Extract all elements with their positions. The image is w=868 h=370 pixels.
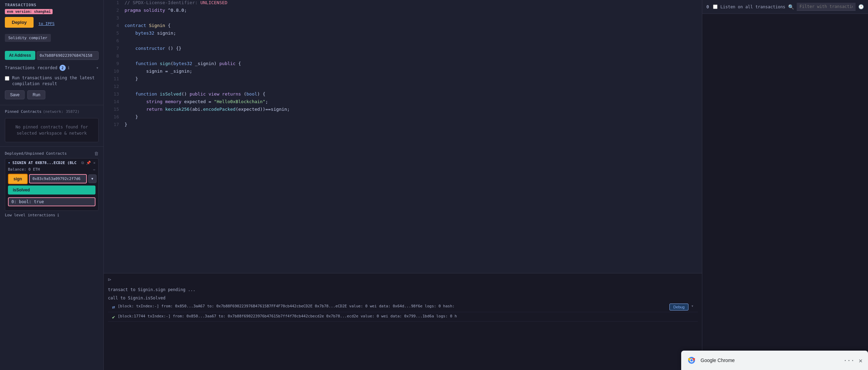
code-line-17: 17 } (104, 122, 702, 129)
pinned-contracts-label: Pinned Contracts (5, 109, 42, 114)
transactions-title: TRANSACTIONS (5, 3, 99, 7)
deployed-unpinned-label: Deployed/Unpinned Contracts (5, 151, 67, 156)
issolved-button[interactable]: isSolved (8, 186, 95, 195)
terminal-expand-icon[interactable]: ⊳ (108, 276, 111, 283)
run-transactions-checkbox[interactable] (5, 76, 9, 81)
transactions-list (702, 14, 868, 370)
close-icon[interactable]: ✕ (93, 161, 95, 165)
code-line-15: 15 return keccak256(abi.encodePacked(exp… (104, 107, 702, 114)
run-button[interactable]: Run (27, 90, 45, 99)
filter-input[interactable] (797, 3, 856, 11)
svg-point-4 (691, 359, 693, 362)
at-address-button[interactable]: At Address (5, 51, 35, 60)
no-pinned-text: No pinned contracts found for selected w… (16, 125, 88, 136)
terminal-call: call to Signin.isSolved (108, 294, 698, 302)
listen-label: Listen on all transactions (720, 4, 785, 9)
low-level-header: Low level interactions ℹ (0, 211, 103, 220)
tx-count: 0 (706, 4, 709, 9)
chrome-close-icon[interactable]: ✕ (859, 357, 862, 364)
transactions-recorded-label: Transactions recorded (5, 65, 57, 70)
code-line-11: 11 } (104, 76, 702, 84)
code-line-1: 1 // SPDX-License-Identifier: UNLICENSED (104, 0, 702, 8)
balance-row: Balance: 0 ETH ✏ (8, 167, 95, 172)
run-transactions-row: Run transactions using the latest compil… (0, 73, 103, 89)
clock-icon[interactable]: 🕐 (858, 4, 864, 9)
code-line-10: 10 signin = _signin; (104, 69, 702, 76)
chrome-notification: Google Chrome ··· ✕ (681, 351, 868, 370)
result-box: 0: bool: true (8, 197, 95, 206)
deployed-header: Deployed/Unpinned Contracts 🗑 (0, 149, 103, 158)
solidity-compiler-tab[interactable]: Solidity compiler (5, 34, 51, 42)
pinned-contracts-header: Pinned Contracts (network: 35872) (0, 107, 103, 116)
code-line-5: 5 bytes32 signin; (104, 30, 702, 38)
chrome-dots-icon[interactable]: ··· (843, 357, 855, 364)
pinned-contracts-network: (network: 35872) (43, 109, 80, 114)
contract-name: SIGNIN AT 0XB78...ECD2E (BLC (12, 161, 80, 165)
arrows-icon: ⇄ (112, 304, 115, 310)
right-top-bar: 0 Listen on all transactions 🔍 🕐 (702, 0, 868, 14)
sign-button[interactable]: sign (8, 174, 28, 184)
evm-badge: evm version: shanghai (5, 9, 53, 14)
code-line-12: 12 (104, 84, 702, 91)
deploy-button[interactable]: Deploy (5, 17, 34, 28)
sign-row: sign ▾ (8, 174, 95, 184)
terminal-pending: transact to Signin.sign pending ... (108, 286, 698, 294)
contract-instance-header: ▾ SIGNIN AT 0XB78...ECD2E (BLC ⧉ 📌 ✕ (8, 161, 95, 165)
check-icon: ✔ (112, 314, 115, 320)
code-line-16: 16 } (104, 114, 702, 122)
at-address-row: At Address (5, 51, 99, 60)
main-content: 1 // SPDX-License-Identifier: UNLICENSED… (104, 0, 702, 370)
listen-checkbox[interactable] (713, 4, 718, 9)
sidebar-header: TRANSACTIONS evm version: shanghai Deplo… (0, 0, 103, 48)
low-level-label: Low level interactions (5, 213, 55, 217)
search-icon[interactable]: 🔍 (788, 4, 794, 10)
to-ipfs-link[interactable]: to IPFS (38, 21, 54, 26)
trash-icon[interactable]: 🗑 (94, 151, 99, 156)
info-icon[interactable]: ℹ (68, 65, 70, 70)
code-line-2: 2 pragma solidity ^0.8.0; (104, 8, 702, 15)
chrome-logo (687, 355, 696, 365)
transactions-recorded-row: Transactions recorded 2 ℹ ▾ (0, 63, 103, 73)
tx-chevron-1[interactable]: ▾ (691, 304, 694, 308)
tx-row-2: ✔ [block:17744 txIndex:-] from: 0x850...… (108, 312, 698, 322)
right-panel: 0 Listen on all transactions 🔍 🕐 (702, 0, 868, 370)
run-transactions-text: Run transactions using the latest compil… (12, 75, 99, 87)
copy-icon[interactable]: ⧉ (81, 161, 84, 165)
contract-chevron-icon[interactable]: ▾ (8, 161, 10, 165)
contract-instance: ▾ SIGNIN AT 0XB78...ECD2E (BLC ⧉ 📌 ✕ Bal… (5, 158, 99, 211)
edit-icon[interactable]: ✏ (93, 167, 95, 172)
transactions-chevron-icon[interactable]: ▾ (96, 65, 99, 70)
code-line-3: 3 (104, 15, 702, 23)
tx-row-1: ⇄ [block: txIndex:-] from: 0x850...3aA67… (108, 302, 698, 312)
code-line-7: 7 constructor () {} (104, 46, 702, 53)
chrome-notification-title: Google Chrome (701, 358, 839, 363)
save-run-row: Save Run (0, 89, 103, 103)
result-value: 0: bool: true (11, 199, 44, 204)
code-line-6: 6 (104, 38, 702, 46)
code-line-14: 14 string memory expected = "Hello0xBloc… (104, 99, 702, 107)
low-level-info-icon[interactable]: ℹ (57, 213, 59, 218)
at-address-input[interactable] (37, 51, 99, 60)
code-line-13: 13 function isSolved() public view retur… (104, 91, 702, 99)
pin-icon[interactable]: 📌 (86, 161, 91, 165)
code-line-8: 8 (104, 53, 702, 61)
code-line-9: 9 function sign(bytes32 _signin) public … (104, 61, 702, 69)
sidebar: TRANSACTIONS evm version: shanghai Deplo… (0, 0, 104, 370)
sign-dropdown-button[interactable]: ▾ (88, 174, 97, 183)
save-button[interactable]: Save (5, 90, 25, 99)
balance-value: 0 ETH (28, 167, 40, 172)
code-line-4: 4 contract Signin { (104, 23, 702, 30)
balance-label: Balance: (8, 167, 26, 172)
no-pinned-box: No pinned contracts found for selected w… (5, 118, 99, 142)
transactions-count-badge: 2 (60, 65, 66, 71)
terminal-area: ⊳ transact to Signin.sign pending ... ca… (104, 273, 702, 370)
code-editor: 1 // SPDX-License-Identifier: UNLICENSED… (104, 0, 702, 273)
sign-input[interactable] (29, 174, 87, 183)
debug-button-1[interactable]: Debug (669, 304, 688, 310)
